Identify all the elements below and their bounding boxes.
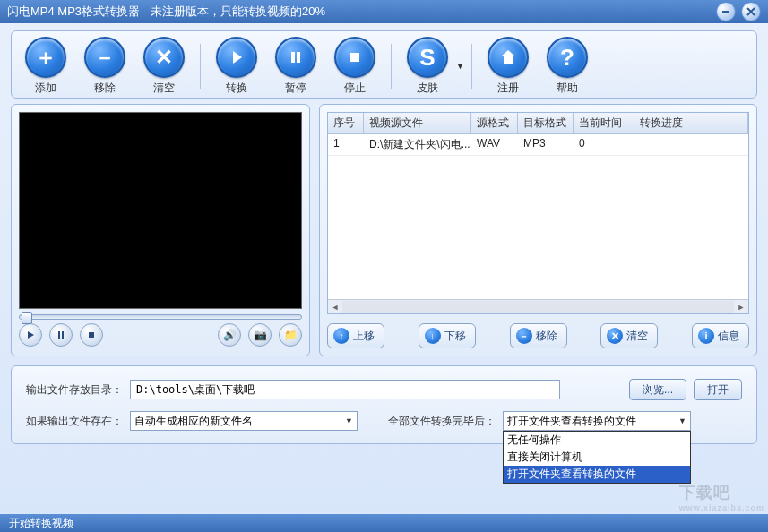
table-header: 序号 视频源文件 源格式 目标格式 当前时间 转换进度	[328, 113, 748, 134]
pause-button[interactable]: 暂停	[271, 37, 321, 96]
status-bar: 开始转换视频	[0, 514, 768, 532]
title-bar: 闪电MP4 MP3格式转换器 未注册版本，只能转换视频的20%	[0, 0, 768, 23]
stop-button[interactable]: 停止	[330, 37, 380, 96]
preview-pause-button[interactable]	[49, 323, 73, 347]
after-option[interactable]: 直接关闭计算机	[504, 449, 690, 466]
skin-button[interactable]: S 皮肤	[402, 37, 453, 96]
preview-play-button[interactable]	[19, 323, 42, 347]
table-row[interactable]: 1 D:\新建文件夹\闪电... WAV MP3 0	[328, 134, 748, 156]
browse-button[interactable]: 浏览...	[629, 379, 686, 400]
play-icon	[26, 330, 35, 339]
minus-icon: －	[516, 328, 532, 344]
skin-icon: S	[419, 44, 435, 72]
x-icon: ✕	[607, 328, 623, 344]
seek-thumb[interactable]	[22, 312, 32, 324]
col-dstfmt[interactable]: 目标格式	[518, 113, 574, 133]
volume-button[interactable]: 🔊	[218, 323, 241, 347]
after-select[interactable]: 打开文件夹查看转换的文件▼	[503, 411, 691, 431]
plus-icon: ＋	[35, 43, 56, 72]
app-title: 闪电MP4 MP3格式转换器	[7, 4, 140, 20]
play-icon	[228, 48, 246, 66]
cell-dstfmt: MP3	[518, 134, 574, 155]
down-icon: ↓	[425, 328, 441, 344]
help-button[interactable]: ? 帮助	[542, 37, 592, 96]
video-preview	[19, 112, 302, 309]
stop-icon	[346, 48, 364, 66]
info-icon: i	[698, 328, 714, 344]
convert-button[interactable]: 转换	[211, 37, 262, 96]
home-icon	[498, 47, 518, 67]
clear-button[interactable]: ✕ 清空	[139, 37, 189, 96]
list-clear-button[interactable]: ✕清空	[600, 323, 658, 348]
col-progress[interactable]: 转换进度	[634, 113, 748, 133]
svg-rect-4	[58, 331, 60, 339]
minimize-button[interactable]	[716, 2, 736, 21]
svg-rect-1	[291, 52, 295, 63]
seek-slider[interactable]	[19, 314, 302, 320]
separator	[200, 44, 201, 89]
file-list-panel: 序号 视频源文件 源格式 目标格式 当前时间 转换进度 1 D:\新建文件夹\闪…	[319, 104, 757, 356]
watermark: 下载吧 www.xiazaiba.com	[679, 482, 764, 512]
svg-rect-2	[297, 52, 300, 63]
x-icon: ✕	[155, 45, 173, 70]
output-dir-input[interactable]: D:\tools\桌面\下载吧	[130, 380, 560, 399]
cell-index: 1	[328, 134, 364, 155]
preview-stop-button[interactable]	[80, 323, 103, 347]
separator	[391, 44, 392, 89]
camera-icon: 📷	[254, 329, 267, 341]
folder-icon: 📁	[284, 329, 298, 341]
question-icon: ?	[560, 44, 574, 72]
remove-button[interactable]: － 移除	[80, 37, 130, 96]
scroll-left-arrow[interactable]: ◄	[328, 303, 342, 312]
folder-button[interactable]: 📁	[279, 323, 302, 347]
svg-rect-3	[350, 53, 359, 62]
cell-progress	[634, 134, 748, 155]
col-curtime[interactable]: 当前时间	[574, 113, 634, 133]
svg-rect-0	[722, 11, 729, 13]
up-icon: ↑	[333, 328, 349, 344]
skin-dropdown-arrow[interactable]: ▼	[456, 62, 464, 71]
title-note: 未注册版本，只能转换视频的20%	[151, 4, 325, 20]
cell-source: D:\新建文件夹\闪电...	[364, 134, 471, 155]
horizontal-scrollbar[interactable]: ◄ ►	[328, 299, 748, 313]
col-srcfmt[interactable]: 源格式	[471, 113, 518, 133]
status-text: 开始转换视频	[9, 517, 73, 529]
file-table[interactable]: 序号 视频源文件 源格式 目标格式 当前时间 转换进度 1 D:\新建文件夹\闪…	[327, 112, 749, 314]
exists-select[interactable]: 自动生成相应的新文件名▼	[130, 411, 358, 431]
register-button[interactable]: 注册	[483, 37, 533, 96]
toolbar: ＋ 添加 － 移除 ✕ 清空 转换 暂停 停止 S 皮肤 ▼ 注册 ? 帮助	[11, 30, 757, 99]
pause-icon	[287, 48, 305, 66]
after-label: 全部文件转换完毕后：	[388, 414, 496, 429]
open-button[interactable]: 打开	[694, 379, 742, 400]
after-option-selected[interactable]: 打开文件夹查看转换的文件	[504, 466, 690, 483]
info-button[interactable]: i信息	[692, 323, 749, 348]
after-select-dropdown[interactable]: 无任何操作 直接关闭计算机 打开文件夹查看转换的文件	[503, 431, 691, 484]
pause-icon	[56, 330, 65, 339]
move-down-button[interactable]: ↓下移	[419, 323, 476, 348]
move-up-button[interactable]: ↑上移	[327, 323, 384, 348]
col-source[interactable]: 视频源文件	[364, 113, 471, 133]
after-option[interactable]: 无任何操作	[504, 432, 690, 449]
stop-icon	[87, 330, 96, 339]
close-button[interactable]	[741, 2, 761, 21]
col-index[interactable]: 序号	[328, 113, 364, 133]
separator	[471, 44, 472, 89]
snapshot-button[interactable]: 📷	[248, 323, 272, 347]
svg-rect-5	[62, 331, 64, 339]
preview-panel: 🔊 📷 📁	[11, 104, 310, 356]
output-panel: 输出文件存放目录： D:\tools\桌面\下载吧 浏览... 打开 如果输出文…	[11, 365, 757, 444]
add-button[interactable]: ＋ 添加	[21, 37, 71, 96]
list-remove-button[interactable]: －移除	[510, 323, 567, 348]
cell-srcfmt: WAV	[471, 134, 518, 155]
chevron-down-icon: ▼	[345, 416, 353, 425]
chevron-down-icon: ▼	[678, 416, 686, 425]
scroll-right-arrow[interactable]: ►	[734, 303, 748, 312]
speaker-icon: 🔊	[223, 329, 237, 341]
svg-rect-6	[89, 332, 94, 338]
exists-label: 如果输出文件存在：	[26, 414, 123, 429]
minus-icon: －	[94, 43, 116, 72]
cell-curtime: 0	[574, 134, 634, 155]
output-dir-label: 输出文件存放目录：	[26, 382, 123, 398]
